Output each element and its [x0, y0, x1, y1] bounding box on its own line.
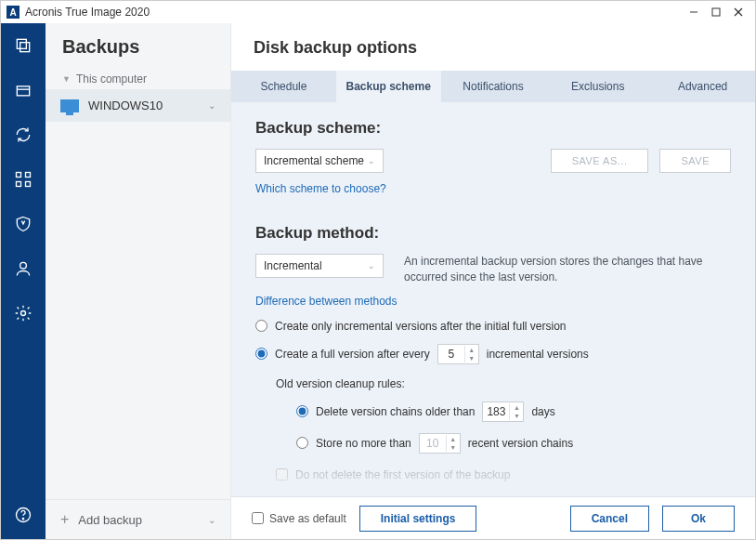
tree-item-windows10[interactable]: WINDOWS10 ⌄ — [46, 89, 230, 122]
save-default-input[interactable] — [252, 512, 264, 524]
monitor-icon — [60, 99, 79, 112]
chevron-down-icon: ⌄ — [208, 100, 215, 111]
chevron-down-icon[interactable]: ▼ — [447, 443, 460, 452]
minimize-button[interactable] — [683, 3, 705, 21]
save-scheme-button[interactable]: SAVE — [659, 149, 731, 173]
radio-only-incremental[interactable] — [255, 320, 267, 332]
svg-rect-9 — [26, 173, 31, 178]
svg-rect-10 — [17, 182, 21, 187]
checkbox-keep-first-label: Do not delete the first version of the b… — [295, 468, 510, 481]
nav-rail — [1, 23, 46, 539]
content-pane: Backup scheme: Incremental scheme ⌄ SAVE… — [231, 102, 755, 496]
nav-sync-icon[interactable] — [12, 124, 34, 146]
radio-only-incremental-label: Create only incremental versions after t… — [275, 320, 566, 333]
close-button[interactable] — [727, 3, 749, 21]
days-value: 183 — [483, 402, 509, 421]
scheme-help-link[interactable]: Which scheme to choose? — [255, 182, 386, 195]
page-title: Disk backup options — [231, 23, 755, 71]
main-area: Disk backup options Schedule Backup sche… — [231, 23, 755, 539]
tab-backup-scheme[interactable]: Backup scheme — [336, 71, 441, 102]
app-logo-icon: A — [7, 6, 20, 19]
save-default-label: Save as default — [269, 512, 346, 525]
radio-store-max-suffix: recent version chains — [468, 437, 573, 450]
tree-group-this-computer[interactable]: ▼ This computer — [46, 69, 230, 89]
svg-rect-5 — [20, 43, 30, 52]
chevron-up-icon[interactable]: ▲ — [465, 346, 478, 354]
side-panel: Backups ▼ This computer WINDOWS10 ⌄ + Ad… — [46, 23, 231, 539]
svg-rect-4 — [17, 39, 26, 48]
app-window: A Acronis True Image 2020 — [0, 0, 756, 540]
method-select-value: Incremental — [264, 259, 322, 272]
tab-notifications[interactable]: Notifications — [441, 71, 546, 102]
radio-delete-older-suffix: days — [531, 405, 554, 418]
chevron-down-icon[interactable]: ▼ — [510, 412, 523, 420]
tabs: Schedule Backup scheme Notifications Exc… — [231, 71, 755, 102]
svg-point-13 — [21, 311, 26, 316]
scheme-heading: Backup scheme: — [255, 119, 731, 138]
app-title: Acronis True Image 2020 — [25, 6, 150, 19]
titlebar: A Acronis True Image 2020 — [1, 1, 755, 23]
cleanup-heading: Old version cleanup rules: — [276, 377, 731, 390]
scheme-select[interactable]: Incremental scheme ⌄ — [255, 149, 384, 173]
nav-tools-icon[interactable] — [12, 168, 34, 191]
chevron-up-icon[interactable]: ▲ — [510, 403, 523, 412]
nav-archive-icon[interactable] — [12, 79, 34, 101]
tree-group-label: This computer — [76, 72, 147, 86]
full-version-count-value: 5 — [438, 345, 464, 363]
initial-settings-button[interactable]: Initial settings — [359, 506, 477, 532]
nav-settings-icon[interactable] — [12, 302, 34, 324]
chains-value: 10 — [420, 434, 446, 453]
side-heading: Backups — [46, 23, 230, 69]
radio-store-max-prefix: Store no more than — [316, 437, 411, 450]
svg-rect-11 — [26, 182, 31, 187]
footer: Save as default Initial settings Cancel … — [231, 496, 755, 539]
add-backup-button[interactable]: + Add backup ⌄ — [46, 499, 230, 539]
days-stepper[interactable]: 183 ▲▼ — [482, 402, 524, 422]
method-select[interactable]: Incremental ⌄ — [255, 254, 384, 278]
method-description: An incremental backup version stores the… — [404, 254, 720, 285]
scheme-select-value: Incremental scheme — [264, 154, 364, 167]
tree-item-label: WINDOWS10 — [88, 99, 163, 112]
radio-store-max[interactable] — [296, 437, 308, 449]
save-default-checkbox[interactable]: Save as default — [252, 512, 346, 525]
save-as-button[interactable]: SAVE AS... — [551, 149, 649, 173]
add-backup-label: Add backup — [78, 513, 142, 527]
tab-advanced[interactable]: Advanced — [650, 71, 755, 102]
cancel-button[interactable]: Cancel — [570, 506, 649, 532]
chevron-up-icon[interactable]: ▲ — [447, 435, 460, 443]
ok-button[interactable]: Ok — [662, 506, 735, 532]
radio-delete-older-prefix: Delete version chains older than — [316, 405, 475, 418]
tab-schedule[interactable]: Schedule — [231, 71, 336, 102]
svg-rect-8 — [17, 173, 21, 178]
radio-full-after-n[interactable] — [255, 348, 267, 360]
radio-full-after-n-prefix: Create a full version after every — [275, 348, 430, 361]
method-heading: Backup method: — [255, 224, 731, 243]
method-help-link[interactable]: Difference between methods — [255, 295, 398, 308]
nav-protection-icon[interactable] — [12, 213, 34, 235]
nav-backup-icon[interactable] — [12, 34, 34, 57]
svg-rect-1 — [712, 8, 720, 16]
chevron-down-icon: ▼ — [62, 74, 71, 84]
nav-help-icon[interactable] — [12, 504, 34, 526]
radio-delete-older[interactable] — [296, 405, 308, 417]
chains-stepper[interactable]: 10 ▲▼ — [419, 433, 461, 454]
checkbox-keep-first — [276, 468, 288, 481]
svg-point-12 — [20, 262, 27, 269]
maximize-button[interactable] — [705, 3, 727, 21]
svg-point-15 — [22, 519, 23, 520]
chevron-down-icon[interactable]: ▼ — [465, 354, 478, 362]
chevron-down-icon: ⌄ — [208, 515, 215, 525]
chevron-down-icon: ⌄ — [368, 261, 375, 270]
plus-icon: + — [60, 511, 69, 528]
radio-full-after-n-suffix: incremental versions — [487, 348, 589, 361]
full-version-count-stepper[interactable]: 5 ▲▼ — [437, 344, 479, 364]
nav-account-icon[interactable] — [12, 257, 34, 280]
tab-exclusions[interactable]: Exclusions — [545, 71, 650, 102]
chevron-down-icon: ⌄ — [368, 156, 375, 165]
svg-rect-6 — [17, 86, 29, 96]
